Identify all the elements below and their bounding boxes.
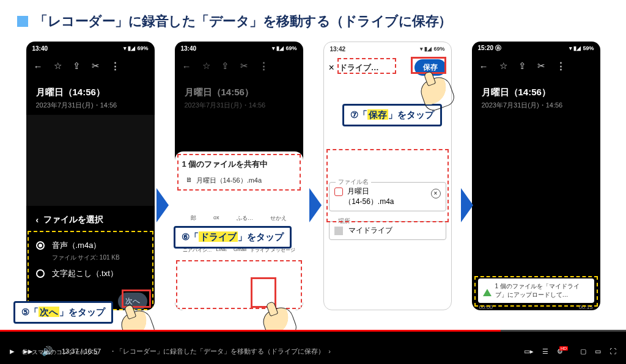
progress-track[interactable]	[0, 330, 626, 332]
quick-contact[interactable]: ox	[213, 214, 219, 222]
file-icon: 🗎	[186, 176, 193, 185]
settings-icon[interactable]: ⚙HD	[557, 348, 572, 355]
miniplayer-icon[interactable]: ▢	[580, 348, 586, 355]
quick-contact[interactable]: せかえ	[270, 214, 287, 222]
status-right: ▾ ▮◢ 69%	[272, 45, 297, 51]
star-icon[interactable]: ☆	[202, 60, 210, 71]
back-icon[interactable]: ←	[34, 61, 43, 71]
status-time: 13:40	[181, 45, 197, 52]
next-button[interactable]: 次へ	[118, 293, 147, 310]
drive-icon	[483, 282, 492, 291]
channel-badge[interactable]: ⓢ スマホのコンシェルジュ	[22, 348, 99, 357]
audio-subtitle: 2023年7月31日(月)・14:56	[175, 101, 303, 110]
audio-subtitle: 2023年7月31日(月)・14:56	[472, 101, 600, 110]
kebab-icon[interactable]: ⋮	[556, 60, 565, 71]
kebab-icon[interactable]: ⋮	[111, 60, 120, 71]
back-icon[interactable]: ←	[182, 61, 191, 71]
location-field[interactable]: 場所 マイドライブ	[329, 221, 446, 240]
slide-title: 「レコーダー」に録音した「データ」を移動する（ドライブに保存）	[34, 12, 452, 31]
channel-logo-icon: ⓢ	[22, 348, 28, 357]
audio-title: 月曜日（14:56）	[472, 77, 600, 101]
filename-field[interactable]: ファイル名 月曜日 （14-56）.m4a ×	[329, 182, 446, 211]
status-time: 13:40	[32, 45, 48, 52]
audio-file-icon	[334, 187, 343, 196]
share-icon[interactable]: ⇪	[518, 60, 526, 71]
drive-icon	[334, 227, 343, 235]
quick-contact[interactable]: ふる…	[237, 214, 253, 222]
option-transcript-txt[interactable]: 文字起こし（.txt）	[26, 262, 155, 285]
screenshot-step-6: 13:40 ▾ ▮◢ 69% ← ☆ ⇪ ✂ ⋮ 月曜日（14:56） 2023…	[175, 42, 303, 310]
star-icon[interactable]: ☆	[499, 60, 507, 71]
quick-contact[interactable]: 郎	[191, 214, 196, 222]
share-sheet-title: 1 個のファイルを共有中	[182, 159, 296, 173]
progress-fill	[0, 330, 501, 332]
status-time: 13:42	[330, 46, 346, 53]
video-controls: ▸ ▸▸ 🔊 13:37 / 16:57 ・「レコーダー」に録音した「データ」を…	[0, 330, 626, 364]
fullscreen-icon[interactable]: ⛶	[609, 348, 616, 355]
upload-toast[interactable]: 1 個のファイルを「マイドライブ」にアップロードして…	[478, 278, 594, 303]
slide-bullet-icon	[17, 16, 28, 27]
theater-icon[interactable]: ▭	[595, 348, 601, 355]
callout-step-7: ⑦「保存」をタップ	[342, 104, 442, 126]
video-chapter-title[interactable]: ・「レコーダー」に録音した「データ」を移動する（ドライブに保存） ›	[109, 347, 331, 356]
kebab-icon[interactable]: ⋮	[259, 60, 268, 71]
status-right: ▾ ▮◢ 69%	[420, 46, 445, 52]
flow-arrow-icon	[156, 188, 169, 222]
share-icon[interactable]: ⇪	[73, 60, 81, 71]
clear-icon[interactable]: ×	[431, 189, 441, 198]
audio-title: 月曜日（14:56）	[175, 77, 303, 101]
file-size-label: ファイル サイズ: 101 KB	[42, 253, 155, 262]
scissors-icon[interactable]: ✂	[537, 60, 545, 71]
close-icon[interactable]: ×	[329, 62, 334, 73]
playback-end: 00:15	[579, 304, 593, 310]
status-right: ▾ ▮◢ 59%	[569, 45, 594, 51]
playback-start: 00:00	[479, 304, 493, 310]
audio-subtitle: 2023年7月31日(月)・14:56	[26, 101, 155, 110]
scissors-icon[interactable]: ✂	[92, 60, 100, 71]
screenshot-result: 15:20 ⓐ ▾ ▮◢ 59% ← ☆ ⇪ ✂ ⋮ 月曜日（14:56） 20…	[472, 42, 600, 310]
radio-checked-icon	[36, 241, 45, 250]
flow-arrow-icon	[461, 188, 473, 222]
autoplay-toggle[interactable]: ▭▸	[524, 348, 534, 355]
save-button[interactable]: 保存	[414, 59, 446, 76]
share-icon[interactable]: ⇪	[221, 60, 229, 71]
callout-step-5: ⑤「次へ」をタップ	[13, 301, 113, 324]
back-icon[interactable]: ←	[479, 61, 488, 71]
share-file-row: 🗎 月曜日（14-56）.m4a	[182, 173, 296, 190]
status-right: ▾ ▮◢ 69%	[123, 45, 149, 51]
screenshot-step-7: 13:42 ▾ ▮◢ 69% × ドライブ… 保存 ファイル名 月曜日 （14-…	[323, 42, 452, 310]
select-files-header: ‹ファイルを選択	[26, 206, 155, 234]
radio-unchecked-icon	[36, 269, 45, 278]
screenshot-step-5: 13:40 ▾ ▮◢ 69% ← ☆ ⇪ ✂ ⋮ 月曜日（14:56） 2023…	[26, 42, 155, 310]
play-button[interactable]: ▸	[10, 346, 15, 357]
audio-title: 月曜日（14:56）	[26, 77, 155, 101]
callout-step-6: ⑥「ドライブ」をタップ	[174, 226, 292, 249]
flow-arrow-icon	[309, 188, 322, 222]
scissors-icon[interactable]: ✂	[240, 60, 248, 71]
star-icon[interactable]: ☆	[54, 60, 62, 71]
drive-breadcrumb: ドライブ…	[339, 62, 410, 73]
status-time: 15:20 ⓐ	[478, 44, 501, 53]
captions-icon[interactable]: ☰	[542, 348, 548, 355]
